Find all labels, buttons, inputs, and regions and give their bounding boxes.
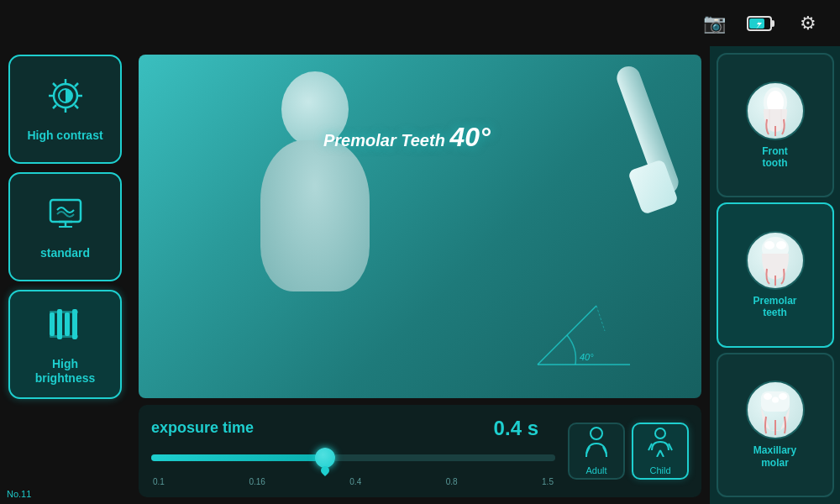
tick-1.5: 1.5 bbox=[542, 477, 554, 486]
right-panel: Fronttooth Premolarteeth bbox=[710, 46, 840, 504]
child-icon bbox=[647, 427, 674, 463]
svg-rect-2 bbox=[749, 18, 764, 29]
svg-rect-21 bbox=[50, 311, 78, 313]
maxillary-molar-label: Maxillarymolar bbox=[753, 444, 796, 469]
adult-label: Adult bbox=[585, 465, 606, 475]
settings-icon[interactable]: ⚙ bbox=[793, 8, 823, 39]
child-button[interactable]: Child bbox=[632, 423, 689, 480]
battery-icon[interactable] bbox=[746, 8, 776, 39]
premolar-label: Premolar Teeth 40° bbox=[323, 122, 491, 153]
premolar-teeth-icon bbox=[746, 231, 805, 290]
svg-line-9 bbox=[53, 83, 56, 87]
front-tooth-label: Fronttooth bbox=[762, 145, 788, 170]
mode-btn-high-contrast[interactable]: High contrast bbox=[8, 55, 122, 164]
standard-label: standard bbox=[40, 246, 90, 260]
left-panel: High contrast standard bbox=[0, 46, 130, 504]
mode-btn-standard[interactable]: standard bbox=[8, 172, 122, 281]
svg-point-30 bbox=[655, 428, 665, 438]
camera-icon[interactable]: 📷 bbox=[699, 8, 729, 39]
svg-point-39 bbox=[776, 241, 786, 249]
slider-ticks: 0.1 0.16 0.4 0.8 1.5 bbox=[151, 477, 555, 486]
child-label: Child bbox=[649, 465, 670, 475]
maxillary-molar-button[interactable]: Maxillarymolar bbox=[717, 353, 834, 497]
person-type-buttons: Adult Child bbox=[568, 423, 689, 480]
adult-button[interactable]: Adult bbox=[568, 423, 625, 480]
svg-rect-1 bbox=[771, 20, 774, 27]
svg-point-41 bbox=[764, 393, 772, 400]
slider-thumb[interactable] bbox=[315, 448, 335, 468]
high-contrast-icon bbox=[45, 76, 86, 123]
svg-point-27 bbox=[591, 428, 602, 439]
adult-icon bbox=[583, 427, 610, 463]
svg-line-34 bbox=[660, 450, 664, 457]
top-bar: 📷 ⚙ bbox=[0, 0, 840, 46]
human-figure bbox=[206, 71, 424, 357]
premolar-teeth-label: Premolarteeth bbox=[753, 295, 796, 319]
premolar-teeth-button[interactable]: Premolarteeth bbox=[717, 202, 834, 347]
svg-line-33 bbox=[657, 450, 660, 457]
exposure-value: 0.4 s bbox=[494, 417, 538, 440]
high-brightness-icon bbox=[45, 304, 86, 352]
exposure-label: exposure time bbox=[151, 419, 254, 437]
high-contrast-label: High contrast bbox=[27, 129, 102, 143]
tick-0.16: 0.16 bbox=[249, 477, 265, 486]
svg-rect-22 bbox=[50, 335, 78, 338]
device-arm bbox=[575, 63, 676, 231]
svg-rect-20 bbox=[72, 309, 77, 339]
svg-text:40°: 40° bbox=[580, 352, 594, 362]
front-tooth-button[interactable]: Fronttooth bbox=[717, 53, 834, 197]
slider-container[interactable] bbox=[151, 445, 555, 470]
slider-track bbox=[151, 454, 555, 461]
svg-rect-17 bbox=[50, 312, 55, 336]
high-brightness-label: Highbrightness bbox=[35, 357, 96, 386]
svg-point-42 bbox=[779, 393, 787, 400]
viewport: Premolar Teeth 40° 40° bbox=[139, 55, 701, 398]
angle-overlay: 40° bbox=[525, 289, 643, 373]
svg-line-26 bbox=[596, 306, 605, 331]
main-area: High contrast standard bbox=[0, 46, 840, 504]
svg-point-38 bbox=[764, 241, 774, 249]
svg-line-11 bbox=[75, 83, 78, 87]
tick-0.4: 0.4 bbox=[349, 477, 361, 486]
svg-point-43 bbox=[772, 397, 779, 403]
tick-0.1: 0.1 bbox=[153, 477, 165, 486]
front-tooth-icon bbox=[746, 81, 805, 140]
version-label: No.11 bbox=[7, 489, 31, 499]
tick-0.8: 0.8 bbox=[446, 477, 458, 486]
svg-rect-18 bbox=[57, 309, 62, 339]
svg-line-10 bbox=[75, 105, 78, 108]
center-panel: Premolar Teeth 40° 40° exposure time 0. bbox=[130, 46, 710, 504]
svg-line-12 bbox=[53, 105, 56, 108]
standard-icon bbox=[45, 193, 86, 241]
svg-rect-19 bbox=[65, 312, 70, 336]
bottom-controls: exposure time 0.4 s 0.1 0.16 0.4 0.8 1.5 bbox=[139, 405, 701, 497]
mode-btn-high-brightness[interactable]: Highbrightness bbox=[8, 290, 122, 399]
exposure-section: exposure time 0.4 s 0.1 0.16 0.4 0.8 1.5 bbox=[151, 417, 555, 486]
maxillary-molar-icon bbox=[746, 381, 805, 439]
slider-fill bbox=[151, 454, 325, 461]
